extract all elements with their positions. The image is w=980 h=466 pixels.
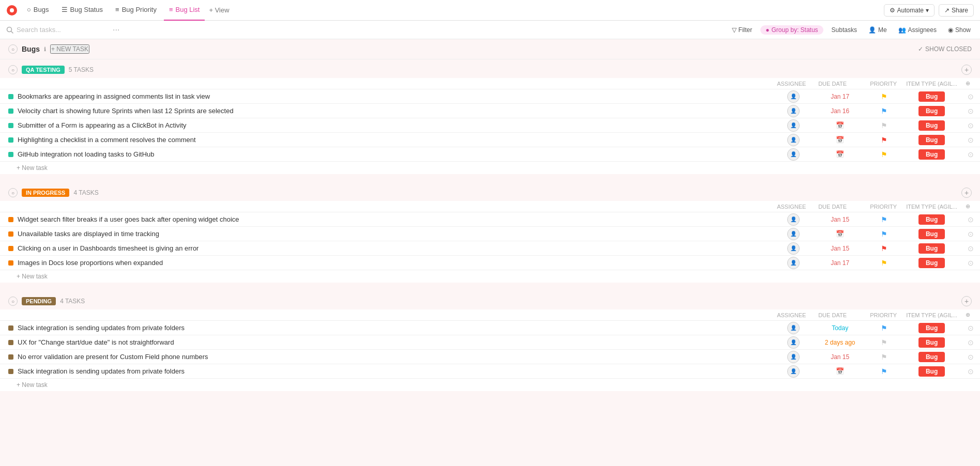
table-row[interactable]: No error validation are present for Cust…	[0, 350, 980, 364]
bugs-new-task-button[interactable]: + NEW TASK	[50, 44, 89, 54]
task-priority: ⚑	[866, 147, 902, 162]
table-row[interactable]: GitHub integration not loading tasks to …	[0, 147, 980, 162]
task-type: Bug	[902, 256, 961, 270]
bug-list-icon: ≡	[169, 6, 173, 13]
task-assignee: 👤	[773, 212, 814, 227]
task-settings[interactable]: ⊙	[961, 350, 980, 364]
in-progress-collapse[interactable]: ○	[8, 188, 18, 197]
task-color-dot	[8, 137, 13, 143]
in-progress-add-button[interactable]: +	[961, 188, 972, 198]
col-task-header-2	[0, 201, 773, 212]
due-date-value: Today	[832, 324, 848, 332]
inprogress-new-task-row[interactable]: + New task	[0, 270, 980, 283]
group-by-status-button[interactable]: ● Group by: Status	[760, 25, 823, 35]
table-row[interactable]: Submitter of a Form is appearing as a Cl…	[0, 118, 980, 133]
qa-testing-count: 5 TASKS	[69, 66, 94, 73]
table-row[interactable]: Slack integration is sending updates fro…	[0, 364, 980, 379]
automate-button[interactable]: ⚙ Automate ▾	[884, 4, 935, 17]
table-row[interactable]: Widget search filter breaks if a user go…	[0, 212, 980, 227]
task-type: Bug	[902, 212, 961, 227]
settings-icon[interactable]: ⊙	[968, 353, 974, 361]
table-row[interactable]: Slack integration is sending updates fro…	[0, 321, 980, 335]
task-settings[interactable]: ⊙	[961, 364, 980, 379]
task-settings[interactable]: ⊙	[961, 335, 980, 350]
pending-collapse[interactable]: ○	[8, 297, 18, 306]
task-name: No error validation are present for Cust…	[18, 353, 208, 361]
pending-add-button[interactable]: +	[961, 296, 972, 306]
due-date-value: Jan 15	[831, 353, 849, 361]
bug-badge: Bug	[918, 91, 945, 102]
qa-testing-collapse[interactable]: ○	[8, 65, 18, 74]
table-row[interactable]: Clicking on a user in Dashboards timeshe…	[0, 241, 980, 256]
settings-icon[interactable]: ⊙	[968, 338, 974, 347]
bugs-collapse-button[interactable]: ○	[8, 44, 18, 54]
settings-icon[interactable]: ⊙	[968, 215, 974, 224]
table-row[interactable]: Highlighting a checklist in a comment re…	[0, 133, 980, 147]
pending-new-task-row[interactable]: + New task	[0, 379, 980, 391]
qa-testing-add-button[interactable]: +	[961, 65, 972, 75]
nav-tab-bug-priority[interactable]: ≡ Bug Priority	[110, 0, 162, 21]
task-settings[interactable]: ⊙	[961, 227, 980, 241]
share-button[interactable]: ↗ Share	[939, 4, 974, 17]
bug-badge: Bug	[918, 135, 945, 145]
pending-count: 4 TASKS	[60, 298, 85, 305]
task-settings[interactable]: ⊙	[961, 241, 980, 256]
task-priority: ⚑	[866, 256, 902, 270]
nav-tab-bug-list[interactable]: ≡ Bug List	[164, 0, 205, 21]
task-settings[interactable]: ⊙	[961, 104, 980, 118]
due-date-value: Jan 17	[831, 259, 849, 267]
qa-new-task-row[interactable]: + New task	[0, 162, 980, 174]
search-wrap[interactable]: Search tasks...	[6, 26, 110, 34]
col-assignee-header-3: ASSIGNEE	[773, 309, 814, 321]
nav-tab-bug-status[interactable]: ☰ Bug Status	[56, 0, 109, 21]
task-settings[interactable]: ⊙	[961, 212, 980, 227]
settings-icon[interactable]: ⊙	[968, 150, 974, 159]
col-type-header: ITEM TYPE (AGIL...	[902, 78, 961, 89]
bug-list-label: Bug List	[176, 6, 200, 13]
task-priority: ⚑	[866, 212, 902, 227]
filter-button[interactable]: ▽ Filter	[729, 25, 756, 35]
bugs-tab-icon: ○	[27, 6, 31, 13]
task-settings[interactable]: ⊙	[961, 147, 980, 162]
settings-icon[interactable]: ⊙	[968, 121, 974, 130]
settings-icon[interactable]: ⊙	[968, 92, 974, 101]
table-row[interactable]: Images in Docs lose proportions when exp…	[0, 256, 980, 270]
settings-icon[interactable]: ⊙	[968, 244, 974, 253]
settings-icon[interactable]: ⊙	[968, 107, 974, 115]
avatar: 👤	[787, 213, 800, 226]
show-button[interactable]: ◉ Show	[945, 25, 974, 35]
priority-flag-icon: ⚑	[881, 150, 887, 159]
bug-badge: Bug	[918, 120, 945, 131]
settings-icon[interactable]: ⊙	[968, 259, 974, 267]
task-due-date: Jan 17	[814, 256, 866, 270]
subtasks-button[interactable]: Subtasks	[829, 25, 860, 35]
col-assignee-header-2: ASSIGNEE	[773, 201, 814, 212]
assignees-button[interactable]: 👥 Assignees	[895, 25, 940, 35]
in-progress-table: ASSIGNEE DUE DATE PRIORITY ITEM TYPE (AG…	[0, 201, 980, 270]
settings-icon[interactable]: ⊙	[968, 230, 974, 238]
nav-add-view[interactable]: + View	[209, 6, 229, 14]
settings-icon[interactable]: ⊙	[968, 136, 974, 144]
task-settings[interactable]: ⊙	[961, 89, 980, 104]
pending-new-task-label: + New task	[0, 379, 980, 391]
table-row[interactable]: Velocity chart is showing future Sprints…	[0, 104, 980, 118]
settings-icon[interactable]: ⊙	[968, 324, 974, 332]
table-row[interactable]: UX for "Change start/due date" is not st…	[0, 335, 980, 350]
table-row[interactable]: Bookmarks are appearing in assigned comm…	[0, 89, 980, 104]
show-closed-button[interactable]: ✓ SHOW CLOSED	[918, 45, 972, 53]
me-button[interactable]: 👤 Me	[865, 25, 890, 35]
col-settings-header: ⊕	[961, 78, 980, 89]
settings-icon[interactable]: ⊙	[968, 367, 974, 376]
task-settings[interactable]: ⊙	[961, 133, 980, 147]
group-pending: ○ PENDING 4 TASKS + ASSIGNEE DUE DATE PR…	[0, 291, 980, 391]
task-settings[interactable]: ⊙	[961, 118, 980, 133]
task-name: Clicking on a user in Dashboards timeshe…	[18, 244, 198, 252]
checkmark-icon: ✓	[918, 45, 923, 53]
nav-tab-bugs[interactable]: ○ Bugs	[22, 0, 54, 21]
task-settings[interactable]: ⊙	[961, 321, 980, 335]
table-row[interactable]: Unavailable tasks are displayed in time …	[0, 227, 980, 241]
bug-priority-label: Bug Priority	[122, 6, 157, 13]
bugs-info-icon[interactable]: ℹ	[44, 46, 46, 53]
toolbar-dots[interactable]: ···	[113, 25, 119, 35]
task-settings[interactable]: ⊙	[961, 256, 980, 270]
